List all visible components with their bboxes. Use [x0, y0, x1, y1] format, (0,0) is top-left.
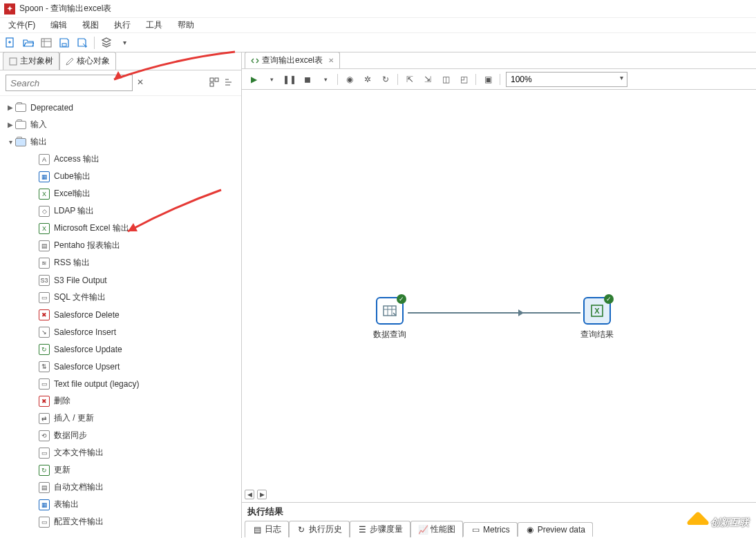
step-tree: ▶Deprecated ▶输入 ▾输出 AAccess 输出 ▦Cube输出 X… [0, 96, 241, 538]
tab-design[interactable]: 核心对象 [59, 52, 116, 70]
explorer-icon[interactable] [40, 37, 53, 49]
result-tab-history[interactable]: ↻执行历史 [289, 521, 350, 537]
result-tab-preview[interactable]: ◉Preview data [518, 522, 593, 537]
explore-db-icon[interactable]: ◰ [457, 73, 470, 86]
watermark: 创新互联 [690, 515, 749, 531]
results-title: 执行结果 [242, 503, 756, 521]
preview-icon[interactable]: ◉ [343, 73, 356, 86]
tree-item-text-file-output[interactable]: ▭文本文件输出 [0, 444, 241, 461]
tree-item-update[interactable]: ↻更新 [0, 461, 241, 479]
result-tab-step-metrics[interactable]: ☰步骤度量 [350, 521, 410, 537]
tree-item-ms-excel-output[interactable]: XMicrosoft Excel 输出 [0, 220, 241, 237]
menu-help[interactable]: 帮助 [175, 18, 197, 32]
open-file-icon[interactable] [22, 37, 35, 49]
salesforce-delete-icon: ✖ [39, 309, 50, 320]
tree-item-sf-delete[interactable]: ✖Salesforce Delete [0, 306, 241, 323]
transformation-canvas[interactable]: ✓ 数据查询 X ✓ 查询结果 ◀ ▶ [242, 90, 756, 502]
chevron-down-icon: ▾ [6, 138, 15, 146]
tree-item-access-output[interactable]: AAccess 输出 [0, 151, 241, 168]
update-icon: ↻ [39, 465, 50, 476]
step-data-query[interactable]: ✓ 数据查询 [373, 297, 406, 340]
tree-item-table-output[interactable]: ▦表输出 [0, 496, 241, 513]
scroll-right-icon[interactable]: ▶ [257, 490, 267, 499]
log-icon: ▤ [252, 525, 262, 535]
tree-item-rss-output[interactable]: ≋RSS 输出 [0, 254, 241, 271]
report-icon: ▤ [39, 240, 50, 251]
text-output-icon: ▭ [39, 448, 50, 459]
results-panel: 执行结果 ▤日志 ↻执行历史 ☰步骤度量 📈性能图 ▭Metrics ◉Prev… [242, 502, 756, 538]
pause-icon[interactable]: ❚❚ [283, 73, 296, 86]
history-icon: ↻ [296, 525, 306, 535]
impact-icon[interactable]: ⇲ [422, 73, 434, 86]
menu-tools[interactable]: 工具 [143, 18, 165, 32]
table-input-icon [382, 303, 397, 318]
stop-dropdown-icon[interactable]: ▾ [319, 73, 332, 86]
transformation-icon [251, 57, 259, 65]
result-tab-metrics[interactable]: ▭Metrics [463, 522, 518, 537]
zoom-select[interactable] [506, 72, 627, 87]
collapse-all-icon[interactable] [225, 77, 236, 88]
replay-icon[interactable]: ↻ [379, 73, 392, 86]
access-icon: A [39, 154, 50, 165]
debug-icon[interactable]: ✲ [361, 73, 374, 86]
close-tab-icon[interactable]: ✕ [328, 57, 334, 64]
brand-logo-icon [686, 511, 710, 535]
show-results-icon[interactable]: ▣ [482, 73, 494, 86]
result-tab-log[interactable]: ▤日志 [245, 521, 289, 537]
tree-item-sf-upsert[interactable]: ⇅Salesforce Upsert [0, 358, 241, 375]
tree-item-delete[interactable]: ✖删除 [0, 392, 241, 410]
dropdown-arrow-icon[interactable]: ▾ [118, 37, 131, 49]
tab-main-object-tree[interactable]: 主对象树 [3, 52, 59, 70]
tree-item-sf-insert[interactable]: ↘Salesforce Insert [0, 323, 241, 340]
tree-folder-output[interactable]: ▾输出 [0, 133, 241, 151]
tree-label: 输入 [30, 119, 47, 131]
search-input[interactable] [6, 75, 133, 91]
step-metrics-icon: ☰ [357, 525, 367, 535]
check-badge-icon: ✓ [397, 294, 406, 304]
text-file-icon: ▭ [39, 378, 50, 390]
tree-item-pentaho-report[interactable]: ▤Pentaho 报表输出 [0, 237, 241, 254]
excel-icon: X [39, 189, 50, 200]
canvas-tab-transformation[interactable]: 查询输出excel表 ✕ [245, 52, 340, 68]
pencil-icon [66, 57, 74, 66]
sql-icon[interactable]: ◫ [440, 73, 452, 86]
tree-item-ldap-output[interactable]: ◇LDAP 输出 [0, 202, 241, 220]
svg-rect-7 [10, 58, 17, 65]
db-layers-icon[interactable] [100, 37, 113, 49]
delete-icon: ✖ [39, 396, 50, 407]
step-query-result[interactable]: X ✓ 查询结果 [580, 297, 614, 340]
result-tab-perf[interactable]: 📈性能图 [410, 521, 463, 537]
hop-line[interactable] [408, 312, 580, 314]
svg-rect-9 [215, 78, 218, 81]
menu-run[interactable]: 执行 [111, 18, 133, 32]
table-output-icon: ▦ [39, 499, 50, 510]
stop-icon[interactable]: ◼ [301, 73, 314, 86]
verify-icon[interactable]: ⇱ [404, 73, 416, 86]
tree-item-cube-output[interactable]: ▦Cube输出 [0, 168, 241, 185]
tree-item-s3-file-output[interactable]: S3S3 File Output [0, 271, 241, 289]
expand-all-icon[interactable] [209, 77, 220, 88]
clear-search-icon[interactable]: ✕ [137, 77, 148, 88]
tree-item-insert-update[interactable]: ⇄插入 / 更新 [0, 410, 241, 427]
menu-view[interactable]: 视图 [79, 18, 102, 32]
tree-label: Deprecated [30, 103, 73, 113]
new-file-icon[interactable] [4, 37, 17, 49]
scroll-left-icon[interactable]: ◀ [245, 490, 254, 499]
tree-folder-deprecated[interactable]: ▶Deprecated [0, 99, 241, 116]
sync-icon: ⟲ [39, 430, 50, 441]
tree-folder-input[interactable]: ▶输入 [0, 116, 241, 133]
tree-item-excel-output[interactable]: XExcel输出 [0, 185, 241, 202]
tree-item-sf-update[interactable]: ↻Salesforce Update [0, 340, 241, 358]
tree-item-text-file-legacy[interactable]: ▭Text file output (legacy) [0, 375, 241, 392]
menu-edit[interactable]: 编辑 [48, 18, 70, 32]
run-icon[interactable]: ▶ [247, 73, 260, 86]
tree-item-sync-after-merge[interactable]: ⟲数据同步 [0, 427, 241, 444]
tree-item-props-output[interactable]: ▭配置文件输出 [0, 513, 241, 530]
run-dropdown-icon[interactable]: ▾ [265, 73, 278, 86]
menu-file[interactable]: 文件(F) [6, 18, 38, 32]
tree-item-sql-file-output[interactable]: ▭SQL 文件输出 [0, 289, 241, 306]
save-as-icon[interactable] [76, 37, 88, 49]
tree-item-auto-doc[interactable]: ▤自动文档输出 [0, 479, 241, 496]
save-icon[interactable] [58, 37, 70, 49]
tree-icon [9, 57, 17, 66]
